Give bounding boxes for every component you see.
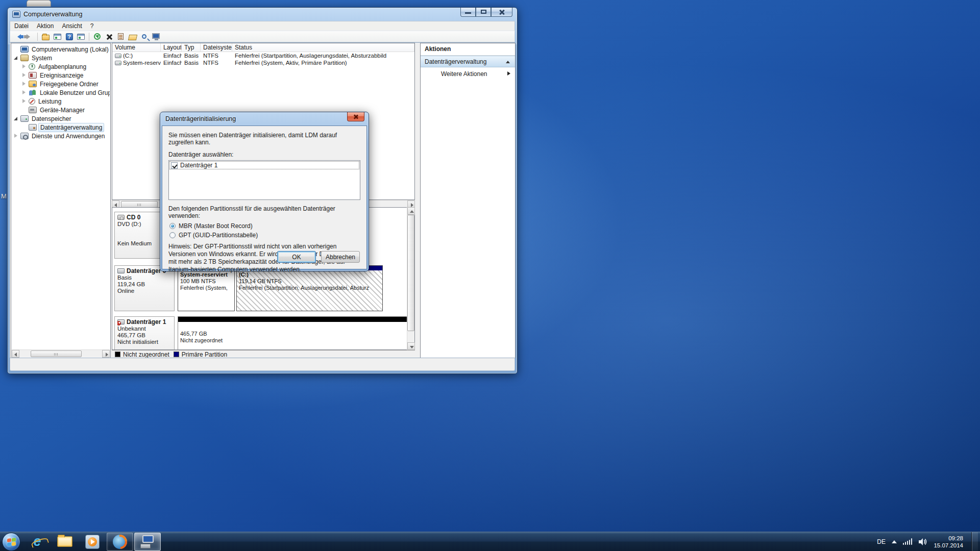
titlebar[interactable]: Computerverwaltung [8, 8, 517, 21]
scroll-right-icon[interactable] [102, 350, 110, 358]
scroll-up-icon[interactable] [407, 207, 415, 215]
clock-time: 09:28 [934, 535, 963, 542]
refresh-icon[interactable] [92, 32, 102, 41]
network-icon[interactable] [903, 538, 913, 545]
column-status[interactable]: Status [232, 43, 414, 52]
collapse-icon[interactable] [506, 61, 510, 63]
close-button[interactable] [491, 8, 512, 17]
show-desktop-button[interactable] [971, 532, 978, 551]
menu-help[interactable]: ? [86, 21, 98, 31]
volume-list-header: Volume Layout Typ Dateisystem Status [112, 43, 414, 52]
internet-explorer-icon: e [33, 535, 41, 548]
column-typ[interactable]: Typ [182, 43, 201, 52]
maximize-button[interactable] [476, 8, 491, 17]
scroll-down-icon[interactable] [407, 342, 415, 350]
firefox-button[interactable] [107, 533, 133, 551]
column-dateisystem[interactable]: Dateisystem [201, 43, 232, 52]
computer-icon [20, 46, 29, 53]
media-player-icon [85, 535, 100, 549]
tree-item-geraete-manager[interactable]: Geräte-Manager [12, 106, 110, 114]
ok-button[interactable]: OK [277, 251, 316, 263]
tree-item-lokale-benutzer[interactable]: Lokale Benutzer und Gruppen [12, 88, 110, 97]
task-scheduler-icon [29, 63, 35, 70]
volume-row-system-reserviert[interactable]: System-reserviert Einfach Basis NTFS Feh… [112, 59, 414, 66]
disk1-header[interactable]: Datenträger 1 Unbekannt 465,77 GB Nicht … [114, 316, 175, 350]
collapsed-icon[interactable] [21, 81, 27, 87]
media-player-button[interactable] [79, 533, 106, 551]
action-pane-icon[interactable] [76, 32, 86, 41]
tree-item-aufgabenplanung[interactable]: Aufgabenplanung [12, 62, 110, 71]
background-window-edge[interactable] [27, 0, 51, 7]
disk1-row: Datenträger 1 Unbekannt 465,77 GB Nicht … [114, 316, 410, 350]
show-hidden-icons-icon[interactable] [892, 540, 897, 543]
minimize-button[interactable] [460, 8, 476, 17]
computer-management-taskbar-button[interactable] [134, 533, 161, 551]
scroll-left-icon[interactable] [12, 350, 19, 358]
disk-list-item[interactable]: Datenträger 1 [169, 161, 359, 169]
disk0-header[interactable]: Datenträger 0 Basis 119,24 GB Online [114, 265, 175, 311]
language-indicator[interactable]: DE [877, 538, 886, 545]
tree-item-datentraegerverwaltung[interactable]: Datenträgerverwaltung [12, 123, 110, 132]
volume-row-c[interactable]: (C:) Einfach Basis NTFS Fehlerfrei (Star… [112, 52, 414, 59]
collapsed-icon[interactable] [21, 64, 27, 69]
folder-icon[interactable] [41, 32, 51, 41]
menu-ansicht[interactable]: Ansicht [58, 21, 86, 31]
select-disk-label: Datenträger auswählen: [168, 151, 360, 158]
properties-icon[interactable] [116, 32, 126, 41]
expanded-icon[interactable] [13, 116, 19, 121]
disk-initialization-dialog: Datenträgerinitialisierung Sie müssen ei… [160, 112, 369, 271]
weitere-aktionen-item[interactable]: Weitere Aktionen [421, 67, 515, 80]
start-button[interactable] [2, 533, 20, 551]
search-icon[interactable] [139, 32, 149, 41]
menu-bar: Datei Aktion Ansicht ? [10, 21, 515, 31]
gpt-radio-row[interactable]: GPT (GUID-Partitionstabelle) [169, 231, 360, 240]
tree-item-dienste[interactable]: Dienste und Anwendungen [12, 132, 110, 140]
scroll-thumb[interactable] [407, 215, 414, 331]
unallocated-region[interactable]: 465,77 GB Nicht zugeordnet [178, 316, 407, 350]
mbr-radio-row[interactable]: MBR (Master Boot Record) [169, 221, 360, 231]
expanded-icon[interactable] [13, 55, 19, 61]
actions-group-datentraegerverwaltung[interactable]: Datenträgerverwaltung [421, 56, 515, 67]
gpt-radio-button[interactable] [169, 232, 176, 238]
help-icon[interactable]: ? [64, 32, 74, 41]
tree-item-leistung[interactable]: Leistung [12, 97, 110, 106]
back-icon[interactable] [13, 32, 22, 41]
disk-checkbox[interactable] [171, 162, 178, 169]
menu-aktion[interactable]: Aktion [33, 21, 58, 31]
cancel-button[interactable]: Abbrechen [321, 251, 360, 263]
scroll-thumb[interactable] [121, 201, 158, 208]
tree-horizontal-scrollbar[interactable] [12, 349, 110, 357]
windows-explorer-button[interactable] [52, 533, 78, 551]
desktop-icon-label[interactable]: M [1, 192, 7, 200]
delete-icon[interactable] [104, 32, 114, 41]
tree-item-ereignisanzeige[interactable]: Ereignisanzeige [12, 71, 110, 80]
internet-explorer-button[interactable]: e [24, 533, 51, 551]
column-layout[interactable]: Layout [161, 43, 182, 52]
tree-item-datenspeicher[interactable]: Datenspeicher [12, 114, 110, 123]
volume-icon[interactable] [918, 538, 927, 546]
collapsed-icon[interactable] [21, 98, 27, 104]
console-window-icon[interactable] [53, 32, 62, 41]
tree-item-freigegebene-ordner[interactable]: Freigegebene Ordner [12, 80, 110, 88]
menu-datei[interactable]: Datei [10, 21, 33, 31]
collapsed-icon[interactable] [21, 72, 27, 78]
dialog-close-button[interactable] [347, 112, 364, 121]
collapsed-icon[interactable] [21, 90, 27, 95]
dialog-titlebar[interactable]: Datenträgerinitialisierung [160, 112, 369, 126]
clock[interactable]: 09:28 15.07.2014 [934, 535, 965, 549]
volume-icon [115, 54, 121, 58]
collapsed-icon[interactable] [13, 133, 19, 139]
mbr-radio-button[interactable] [169, 223, 176, 229]
computer-settings-icon[interactable] [151, 32, 161, 41]
computer-management-icon [140, 535, 155, 548]
forward-icon[interactable] [24, 32, 34, 41]
tree-item-system[interactable]: System [12, 54, 110, 62]
folder-icon [57, 536, 72, 547]
disk-listbox[interactable]: Datenträger 1 [168, 160, 360, 200]
performance-icon [29, 98, 35, 105]
tree-item-computerverwaltung[interactable]: Computerverwaltung (Lokal) [12, 45, 110, 54]
open-folder-icon[interactable] [128, 32, 137, 41]
column-volume[interactable]: Volume [112, 43, 161, 52]
scroll-thumb[interactable] [31, 350, 82, 357]
graphical-view-scrollbar[interactable] [407, 207, 414, 350]
